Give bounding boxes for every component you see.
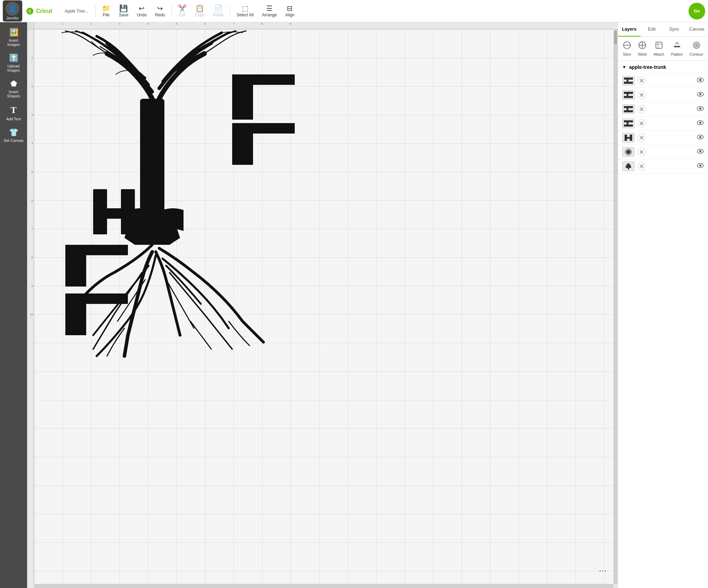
paste-button[interactable]: 📄 Paste (210, 3, 227, 19)
user-block[interactable]: 👤 Jennifer (3, 0, 22, 22)
tab-layers[interactable]: Layers (618, 22, 641, 37)
tool-slice-label: Slice (623, 52, 631, 56)
avatar: 👤 (6, 2, 19, 16)
layer-eye-3[interactable] (697, 106, 704, 112)
ruler-top-7: 7 (233, 22, 234, 25)
ruler-left-7: 7 (32, 227, 33, 231)
layer-eye-5[interactable] (697, 135, 704, 141)
tool-flatten[interactable]: Flatten (669, 40, 685, 58)
canvas-svg-area (34, 29, 613, 584)
align-icon: ⊟ (287, 5, 293, 12)
scrollbar-thumb-vertical[interactable] (614, 31, 617, 45)
save-icon: 💾 (119, 5, 128, 12)
attach-icon (655, 41, 663, 51)
tab-edit[interactable]: Edit (641, 22, 663, 37)
layer-eye-6[interactable] (697, 149, 704, 155)
arrange-button[interactable]: ☰ Arrange (259, 3, 280, 19)
layer-x-7[interactable] (637, 162, 646, 170)
add-text-icon: T (10, 105, 16, 115)
artwork-svg (38, 29, 309, 370)
set-canvas-icon: 👕 (9, 128, 18, 137)
sidebar-item-set-canvas[interactable]: 👕 Set Canvas (1, 125, 26, 145)
sidebar-label-upload-images: Upload Images (7, 64, 20, 72)
layer-eye-4[interactable] (697, 120, 704, 127)
redo-button[interactable]: ↪ Redo (152, 3, 169, 19)
layer-x-6[interactable] (637, 148, 646, 156)
ruler-left-6: 6 (32, 199, 33, 202)
svg-text:C: C (29, 9, 31, 13)
save-button[interactable]: 💾 Save (115, 3, 132, 19)
file-button[interactable]: 📁 File (98, 3, 114, 19)
ruler-top: 1 2 3 4 5 6 7 8 9 (34, 22, 613, 29)
svg-rect-38 (625, 137, 632, 139)
layer-row[interactable] (618, 116, 708, 131)
group-header: ▼ apple-tree-trunk (618, 61, 708, 74)
scrollbar-right[interactable] (613, 29, 618, 584)
copy-icon: 📋 (195, 5, 204, 12)
svg-point-23 (699, 79, 701, 81)
paste-icon: 📄 (214, 5, 223, 12)
canvas-content[interactable]: ⋮ (34, 29, 613, 584)
layer-row[interactable] (618, 102, 708, 116)
separator (95, 5, 96, 17)
align-button[interactable]: ⊟ Align (282, 3, 298, 19)
canvas-area[interactable]: 1 2 3 4 5 6 7 8 9 1 2 3 4 5 6 7 8 (27, 22, 618, 588)
sidebar-label-insert-shapes: Insert Shapes (7, 90, 20, 98)
panel-tabs: Layers Edit Sync Canvas (618, 22, 708, 37)
tool-weld-label: Weld (638, 52, 646, 56)
scrollbar-bottom[interactable] (34, 584, 613, 588)
tool-contour-label: Contour (690, 52, 703, 56)
insert-images-icon: 🖼️ (9, 28, 18, 37)
undo-label: Undo (137, 13, 147, 17)
tab-canvas[interactable]: Canvas (685, 22, 708, 37)
ruler-top-9: 9 (290, 22, 291, 25)
tool-weld[interactable]: Weld (636, 40, 649, 58)
sidebar-item-insert-images[interactable]: 🖼️ Insert Images (1, 25, 26, 49)
insert-shapes-icon: ⬟ (10, 79, 17, 88)
svg-point-31 (699, 107, 701, 110)
go-button[interactable]: Go (689, 3, 705, 19)
tool-attach[interactable]: Attach (651, 40, 666, 58)
cricut-logo: C Cricut (26, 6, 58, 16)
svg-rect-4 (140, 99, 164, 220)
layer-thumb-5 (622, 133, 635, 143)
layer-eye-1[interactable] (697, 78, 704, 84)
layer-x-2[interactable] (637, 91, 646, 99)
ruler-top-1: 1 (62, 22, 63, 25)
tool-contour[interactable]: Contour (687, 40, 705, 58)
sidebar-item-upload-images[interactable]: ⬆️ Upload Images (1, 51, 26, 75)
ruler-left-3: 3 (32, 113, 33, 116)
sidebar-label-set-canvas: Set Canvas (4, 138, 24, 143)
select-all-button[interactable]: ⬚ Select All (233, 3, 257, 19)
svg-rect-7 (93, 208, 135, 219)
undo-button[interactable]: ↩ Undo (133, 3, 150, 19)
layer-eye-7[interactable] (697, 163, 704, 169)
sidebar-label-add-text: Add Text (6, 117, 21, 121)
layer-row[interactable] (618, 88, 708, 102)
align-label: Align (285, 13, 295, 17)
layer-row[interactable] (618, 74, 708, 88)
group-collapse-arrow[interactable]: ▼ (622, 65, 626, 70)
layer-x-4[interactable] (637, 119, 646, 128)
sidebar-item-add-text[interactable]: T Add Text (1, 102, 26, 124)
layer-x-5[interactable] (637, 134, 646, 142)
ruler-top-8: 8 (261, 22, 263, 25)
layer-eye-2[interactable] (697, 92, 704, 98)
copy-label: Copy (195, 13, 205, 17)
sidebar-item-insert-shapes[interactable]: ⬟ Insert Shapes (1, 76, 26, 101)
more-options-button[interactable]: ⋮ (598, 567, 607, 573)
layer-x-1[interactable] (637, 76, 646, 85)
layer-row[interactable] (618, 145, 708, 159)
ruler-top-6: 6 (204, 22, 206, 25)
main-area: 🖼️ Insert Images ⬆️ Upload Images ⬟ Inse… (0, 22, 708, 588)
contour-icon (692, 41, 701, 51)
layer-row[interactable] (618, 131, 708, 145)
layer-x-3[interactable] (637, 105, 646, 113)
cut-button[interactable]: ✂️ Cut (174, 3, 190, 19)
svg-point-27 (699, 93, 701, 95)
copy-button[interactable]: 📋 Copy (192, 3, 208, 19)
tab-sync[interactable]: Sync (663, 22, 686, 37)
layer-row[interactable] (618, 159, 708, 174)
tool-slice[interactable]: Slice (621, 40, 633, 58)
layer-thumb-6 (622, 147, 635, 157)
